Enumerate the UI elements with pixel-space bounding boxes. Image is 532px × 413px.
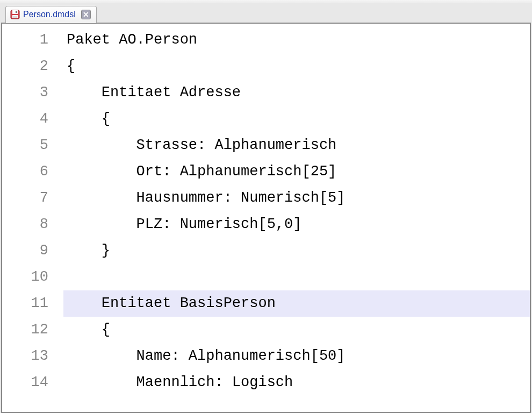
code-line: Maennlich: Logisch <box>63 369 530 396</box>
editor-pane: 1 2 3 4 5 6 7 8 9 10 11 12 13 14 Paket A… <box>1 23 531 413</box>
code-line: Name: Alphanumerisch[50] <box>63 343 530 369</box>
code-line: PLZ: Numerisch[5,0] <box>63 211 530 238</box>
code-line <box>63 264 530 290</box>
code-line: Ort: Alphanumerisch[25] <box>63 159 530 185</box>
code-line: Paket AO.Person <box>63 27 530 53</box>
svg-rect-2 <box>16 11 17 13</box>
fold-gutter <box>55 24 63 412</box>
line-number: 5 <box>2 132 48 159</box>
code-line: Hausnummer: Numerisch[5] <box>63 185 530 211</box>
line-number: 7 <box>2 185 48 211</box>
close-icon: ✕ <box>83 11 89 18</box>
line-number: 13 <box>2 343 48 369</box>
line-number: 11 <box>2 290 48 317</box>
code-line-highlighted: Entitaet BasisPerson <box>63 290 530 317</box>
editor-tab[interactable]: Person.dmdsl ✕ <box>5 6 97 23</box>
line-number: 8 <box>2 211 48 238</box>
code-area[interactable]: Paket AO.Person { Entitaet Adresse { Str… <box>63 24 530 412</box>
code-line: { <box>63 317 530 343</box>
line-number: 9 <box>2 238 48 264</box>
code-editor[interactable]: 1 2 3 4 5 6 7 8 9 10 11 12 13 14 Paket A… <box>2 24 530 412</box>
save-file-icon <box>10 10 20 19</box>
svg-rect-3 <box>12 15 18 18</box>
code-line: Strasse: Alphanumerisch <box>63 132 530 159</box>
line-number: 12 <box>2 317 48 343</box>
line-number: 14 <box>2 369 48 396</box>
line-number-gutter: 1 2 3 4 5 6 7 8 9 10 11 12 13 14 <box>2 24 55 412</box>
line-number: 1 <box>2 27 48 53</box>
line-number: 3 <box>2 80 48 106</box>
svg-rect-1 <box>12 10 18 14</box>
code-line: } <box>63 238 530 264</box>
tab-filename: Person.dmdsl <box>23 10 76 19</box>
tab-bar: Person.dmdsl ✕ <box>0 3 532 23</box>
code-line: { <box>63 53 530 80</box>
line-number: 10 <box>2 264 48 290</box>
tab-close-button[interactable]: ✕ <box>81 10 91 19</box>
code-line: Entitaet Adresse <box>63 80 530 106</box>
line-number: 4 <box>2 106 48 132</box>
line-number: 2 <box>2 53 48 80</box>
line-number: 6 <box>2 159 48 185</box>
code-line: { <box>63 106 530 132</box>
